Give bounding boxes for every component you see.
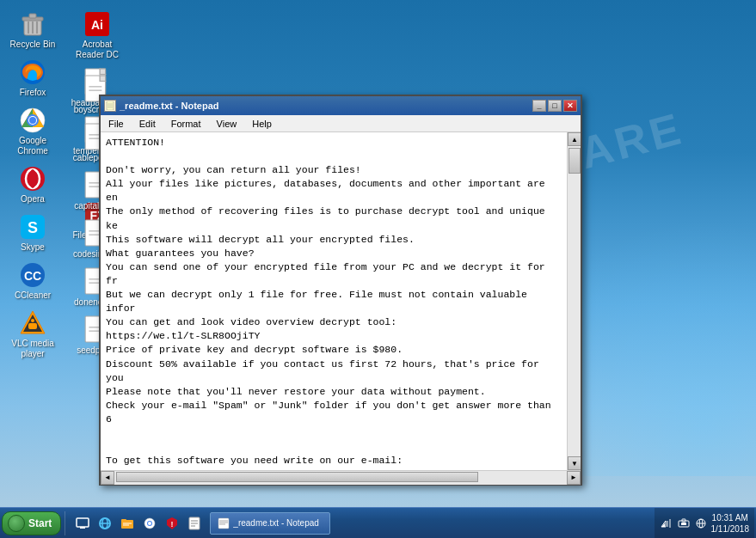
svg-point-11 [29,117,36,124]
tray-icon-2[interactable] [677,517,691,530]
notepad-window: _readme.txt - Notepad _ □ ✕ File Edit Fo… [99,95,582,486]
desktop: SOFTWARE Recycle Bin [0,0,756,507]
opera-label: Opera [21,194,45,205]
start-label: Start [28,517,52,529]
firefox-label: Firefox [20,88,46,98]
start-orb [8,515,25,532]
chrome-label: Google Chrome [5,136,60,156]
svg-text:S: S [28,219,38,236]
minimize-button[interactable]: _ [532,100,546,112]
start-button[interactable]: Start [2,511,61,535]
menu-file[interactable]: File [104,118,128,130]
desktop-icon-opera[interactable]: Opera [3,162,62,208]
svg-rect-74 [80,527,85,529]
opera-icon [19,165,46,193]
scroll-down-arrow[interactable]: ▼ [568,456,581,470]
maximize-button[interactable]: □ [548,100,562,112]
taskbar-notepad-icon[interactable] [184,513,205,534]
skype-icon: S [19,213,46,241]
skype-label: Skype [21,242,45,253]
vlc-icon [19,309,46,337]
window-menubar: File Edit Format View Help [101,115,581,132]
svg-rect-91 [218,518,229,529]
svg-point-22 [31,319,34,322]
vertical-scrollbar[interactable]: ▲ ▼ [567,132,581,470]
taskbar-divider [65,511,65,535]
svg-point-14 [29,169,36,188]
horizontal-scrollbar-thumb[interactable] [116,472,478,482]
window-titlebar: _readme.txt - Notepad _ □ ✕ [101,96,581,115]
taskbar-chrome-icon[interactable] [139,513,160,534]
horizontal-scrollbar-area: ◄ ► [101,470,581,484]
desktop-icon-firefox[interactable]: Firefox [3,55,62,101]
taskbar: Start [0,507,756,538]
scrollbar-thumb[interactable] [569,148,581,174]
window-title-area: _readme.txt - Notepad [104,100,219,112]
window-content: ATTENTION! Don't worry, you can return a… [101,132,581,470]
menu-edit[interactable]: Edit [135,118,160,130]
svg-rect-73 [77,518,89,527]
svg-point-84 [148,522,151,525]
ccleaner-label: CCleaner [15,290,51,301]
close-button[interactable]: ✕ [563,100,577,112]
taskbar-active-window[interactable]: _readme.txt - Notepad [210,512,330,535]
chrome-icon [19,107,46,134]
window-title-text: _readme.txt - Notepad [120,101,219,111]
clock-time: 10:31 AM [712,512,748,523]
svg-rect-101 [681,523,686,525]
scroll-up-arrow[interactable]: ▲ [568,132,581,146]
tray-icon-3[interactable] [694,517,708,530]
tray-icon-1[interactable] [660,517,673,530]
svg-rect-2 [29,14,36,18]
notepad-small-icon [104,100,116,112]
svg-rect-79 [121,519,126,522]
desktop-icon-chrome[interactable]: Google Chrome [3,103,62,160]
clock-display[interactable]: 10:31 AM 1/11/2018 [711,512,750,535]
active-window-label: _readme.txt - Notepad [233,518,319,528]
recycle-bin-icon [19,10,46,38]
quick-launch: ! [69,513,208,534]
vlc-label: VLC media player [5,339,60,359]
taskbar-ie-icon[interactable] [95,513,115,534]
desktop-icon-ccleaner[interactable]: CC CCleaner [3,258,62,304]
taskbar-show-desktop[interactable] [72,513,93,534]
svg-rect-41 [100,76,105,81]
system-tray: 10:31 AM 1/11/2018 [655,508,755,538]
recycle-bin-label: Recycle Bin [10,40,56,50]
scroll-right-arrow[interactable]: ► [567,471,581,485]
desktop-icon-skype[interactable]: S Skype [3,210,62,256]
menu-view[interactable]: View [212,118,242,130]
svg-text:!: ! [171,520,174,529]
desktop-icons-left: Recycle Bin Firefox [0,0,60,370]
svg-rect-21 [28,323,37,329]
horizontal-scrollbar-track[interactable] [114,471,567,485]
firefox-icon [19,58,46,86]
menu-format[interactable]: Format [167,118,206,130]
taskbar-security-icon[interactable]: ! [162,513,182,534]
notepad-text-area[interactable]: ATTENTION! Don't worry, you can return a… [101,132,567,470]
clock-date: 1/11/2018 [711,523,750,535]
desktop-icon-vlc[interactable]: VLC media player [3,306,62,363]
taskbar-explorer-icon[interactable] [117,513,138,534]
menu-help[interactable]: Help [248,118,276,130]
svg-text:CC: CC [24,269,41,283]
ccleaner-icon: CC [19,261,46,289]
desktop-icon-recycle-bin[interactable]: Recycle Bin [3,7,62,53]
scroll-left-arrow[interactable]: ◄ [101,471,114,485]
window-controls: _ □ ✕ [532,100,577,112]
